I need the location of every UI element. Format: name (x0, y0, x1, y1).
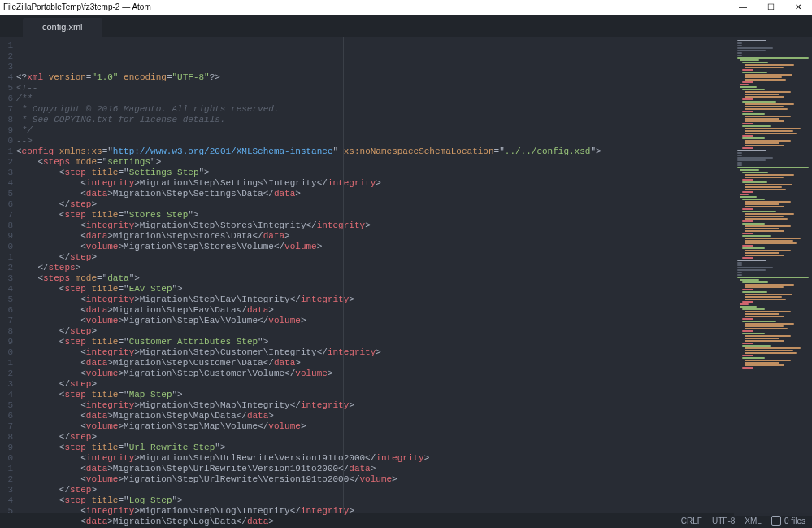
code-line[interactable]: <data>Migration\Step\Customer\Data</data… (16, 358, 812, 369)
line-number: 5 (0, 189, 13, 199)
code-line[interactable]: </step> (16, 379, 812, 390)
code-line[interactable]: <data>Migration\Step\Stores\Data</data> (16, 231, 812, 242)
minimap-line (745, 108, 788, 110)
minimap-line (745, 255, 784, 256)
line-number: 2 (0, 369, 13, 379)
code-line[interactable]: </step> (16, 252, 812, 263)
minimap-line (740, 194, 749, 195)
minimap-line (745, 225, 791, 227)
minimap-line (745, 316, 784, 317)
window-minimize-button[interactable]: — (729, 0, 757, 15)
minimap-line (737, 267, 773, 268)
minimap-line (742, 211, 776, 212)
code-line[interactable]: <step title="Map Step"> (16, 390, 812, 400)
tab-config-xml[interactable]: config.xml (23, 18, 102, 37)
code-line[interactable]: <steps mode="data"> (16, 273, 812, 284)
code-line[interactable]: <step title="Stores Step"> (16, 210, 812, 220)
code-line[interactable]: <!-- (16, 83, 812, 94)
code-line[interactable]: * See COPYING.txt for license details. (16, 115, 812, 125)
line-number: 1 (0, 252, 13, 263)
minimap-line (742, 291, 767, 293)
code-line[interactable]: <data>Migration\Step\Eav\Data</data> (16, 305, 812, 316)
code-line[interactable]: <volume>Migration\Step\Map\Volume</volum… (16, 421, 812, 432)
code-line[interactable]: * Copyright © 2016 Magento. All rights r… (16, 104, 812, 115)
code-line[interactable]: <integrity>Migration\Step\Stores\Integri… (16, 220, 812, 231)
minimap-line (737, 42, 742, 44)
line-number: 7 (0, 421, 13, 432)
minimap-line (742, 181, 767, 183)
minimap-line (745, 177, 784, 178)
code-line[interactable]: <data>Migration\Step\UrlRewrite\Version1… (16, 464, 812, 474)
code-line[interactable]: <integrity>Migration\Step\Log\Integrity<… (16, 506, 812, 517)
code-line[interactable]: <data>Migration\Step\Log\Data</data> (16, 517, 812, 527)
code-line[interactable]: <step title="EAV Step"> (16, 284, 812, 295)
minimap-line (737, 164, 742, 166)
minimap-line (742, 357, 765, 359)
code-line[interactable]: <volume>Migration\Step\Eav\Volume</volum… (16, 316, 812, 326)
minimap-line (745, 120, 784, 122)
code-line[interactable]: <step title="Customer Attributes Step"> (16, 337, 812, 347)
minimap-line (745, 313, 779, 315)
minimap-line (745, 340, 784, 342)
tab-label: config.xml (42, 22, 83, 32)
code-line[interactable]: </steps> (16, 263, 812, 273)
code-line[interactable]: <step title="Settings Step"> (16, 168, 812, 178)
code-line[interactable]: /** (16, 94, 812, 104)
code-line[interactable]: <volume>Migration\Step\Stores\Volume</vo… (16, 242, 812, 252)
minimap-line (742, 233, 753, 234)
minimap-line (745, 201, 791, 203)
minimap[interactable] (734, 37, 812, 516)
code-line[interactable]: <step title="Log Step"> (16, 495, 812, 506)
minimap-line (745, 128, 801, 129)
minimap-line (742, 220, 753, 222)
minimap-line (742, 245, 753, 247)
code-line[interactable]: <integrity>Migration\Step\Settings\Integ… (16, 178, 812, 189)
minimap-line (742, 367, 753, 369)
minimap-line (742, 147, 753, 149)
line-number: 3 (0, 273, 13, 284)
editor-area[interactable]: 1234567890123456789012345678901234567890… (0, 37, 812, 513)
minimap-line (737, 162, 742, 164)
minimap-line (742, 321, 776, 322)
code-line[interactable]: <?xml version="1.0" encoding="UTF-8"?> (16, 72, 812, 83)
minimap-line (740, 84, 749, 85)
code-line[interactable]: <volume>Migration\Step\Customer\Volume</… (16, 369, 812, 379)
minimap-line (742, 318, 753, 320)
minimap-line (745, 311, 791, 312)
code-line[interactable]: <data>Migration\Step\Map\Data</data> (16, 411, 812, 421)
code-line[interactable]: <integrity>Migration\Step\UrlRewrite\Ver… (16, 453, 812, 464)
code-editor[interactable]: <?xml version="1.0" encoding="UTF-8"?><!… (15, 37, 812, 513)
code-line[interactable]: */ (16, 125, 812, 136)
minimap-line (742, 247, 765, 249)
code-line[interactable]: <config xmlns:xs="http://www.w3.org/2001… (16, 146, 812, 157)
minimap-line (745, 133, 797, 134)
minimap-line (737, 262, 742, 264)
minimap-line (745, 286, 784, 288)
line-number: 7 (0, 104, 13, 115)
line-number: 4 (0, 72, 13, 83)
code-line[interactable]: </step> (16, 432, 812, 443)
minimap-line (745, 206, 784, 207)
code-line[interactable]: <integrity>Migration\Step\Customer\Integ… (16, 347, 812, 358)
code-line[interactable]: </step> (16, 485, 812, 495)
line-number: 0 (0, 347, 13, 358)
code-line[interactable]: <integrity>Migration\Step\Eav\Integrity<… (16, 295, 812, 305)
minimap-line (742, 111, 753, 112)
minimap-line (745, 323, 794, 325)
window-maximize-button[interactable]: ☐ (757, 0, 784, 15)
code-line[interactable]: <step title="Url Rewrite Step"> (16, 443, 812, 453)
code-line[interactable]: </step> (16, 326, 812, 337)
code-line[interactable]: <steps mode="settings"> (16, 157, 812, 168)
minimap-line (745, 142, 779, 144)
code-line[interactable]: <volume>Migration\Step\UrlRewrite\Versio… (16, 474, 812, 485)
minimap-line (742, 172, 768, 173)
code-line[interactable]: --> (16, 136, 812, 146)
window-close-button[interactable]: ✕ (784, 0, 812, 15)
code-line[interactable]: <data>Migration\Step\Settings\Data</data… (16, 189, 812, 199)
code-line[interactable]: </step> (16, 199, 812, 210)
code-line[interactable]: <integrity>Migration\Step\Map\Integrity<… (16, 400, 812, 411)
minimap-line (745, 186, 782, 188)
line-number: 2 (0, 263, 13, 273)
minimap-line (742, 89, 765, 90)
minimap-line (740, 303, 749, 305)
